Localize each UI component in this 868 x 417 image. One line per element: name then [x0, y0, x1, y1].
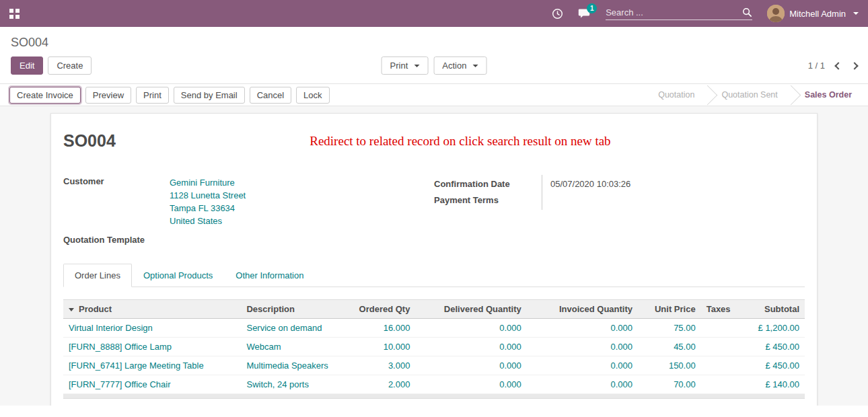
field-values-column: 05/07/2020 10:03:26 — [542, 175, 630, 210]
cell-ordered-qty: 16.000 — [345, 319, 416, 338]
control-panel: Edit Create Print Action 1 / 1 — [0, 50, 868, 83]
print-button[interactable]: Print — [136, 87, 169, 104]
global-search — [606, 7, 752, 20]
statusbar: Create Invoice Preview Print Send by Ema… — [0, 83, 868, 106]
table-header-row: Product Description Ordered Qty Delivere… — [63, 300, 805, 319]
search-icon[interactable] — [742, 7, 752, 17]
tab-optional-products[interactable]: Optional Products — [132, 264, 224, 287]
column-header-product[interactable]: Product — [63, 300, 241, 319]
cell-delivered-qty: 0.000 — [415, 338, 526, 356]
record-pager: 1 / 1 — [808, 61, 857, 71]
status-step-quotation-sent[interactable]: Quotation Sent — [708, 84, 791, 106]
user-name: Mitchell Admin — [789, 9, 846, 19]
cell-delivered-qty: 0.000 — [415, 319, 526, 338]
annotation-text: Redirect to related record on click sear… — [116, 134, 805, 149]
pager-previous-icon[interactable] — [834, 62, 842, 69]
customer-street: 1128 Lunetta Street — [170, 189, 246, 202]
payment-terms-label: Payment Terms — [434, 192, 535, 208]
order-title: SO004 — [63, 131, 116, 151]
order-lines-table: Product Description Ordered Qty Delivere… — [63, 299, 805, 394]
cell-description: Switch, 24 ports — [241, 375, 345, 394]
cell-description: Webcam — [241, 338, 345, 356]
top-navbar: 1 Mitchell Admin — [0, 0, 868, 27]
tab-other-information[interactable]: Other Information — [224, 264, 315, 287]
column-header-delivered-qty[interactable]: Delivered Quantity — [415, 300, 526, 319]
sort-caret-icon — [69, 308, 74, 311]
table-scroll-strip[interactable] — [63, 394, 805, 399]
cell-subtotal: £ 450.00 — [746, 356, 805, 375]
print-dropdown-button[interactable]: Print — [382, 56, 429, 75]
cell-unit-price: 45.00 — [638, 338, 701, 356]
user-menu[interactable]: Mitchell Admin — [767, 5, 859, 22]
cell-product: Virtual Interior Design — [63, 319, 241, 338]
order-line-row[interactable]: [FURN_6741] Large Meeting Table Multimed… — [63, 356, 805, 375]
order-line-row[interactable]: [FURN_7777] Office Chair Switch, 24 port… — [63, 375, 805, 394]
column-header-taxes[interactable]: Taxes — [701, 300, 746, 319]
search-input[interactable] — [606, 7, 742, 17]
cell-product: [FURN_7777] Office Chair — [63, 375, 241, 394]
apps-menu-icon[interactable] — [9, 9, 20, 19]
user-avatar — [767, 5, 785, 22]
chevron-down-icon — [853, 12, 859, 15]
cancel-button[interactable]: Cancel — [250, 87, 291, 104]
order-line-row[interactable]: Virtual Interior Design Service on deman… — [63, 319, 805, 338]
lock-button[interactable]: Lock — [296, 87, 329, 104]
cell-invoiced-qty: 0.000 — [527, 319, 638, 338]
cell-taxes — [701, 338, 746, 356]
sales-order-sheet: SO004 Redirect to related record on clic… — [50, 113, 818, 406]
create-button[interactable]: Create — [48, 56, 92, 75]
order-line-row[interactable]: [FURN_8888] Office Lamp Webcam 10.000 0.… — [63, 338, 805, 356]
cell-description: Service on demand — [241, 319, 345, 338]
cell-unit-price: 150.00 — [638, 356, 701, 375]
column-header-invoiced-qty[interactable]: Invoiced Quantity — [527, 300, 638, 319]
cell-subtotal: £ 450.00 — [746, 338, 805, 356]
messages-icon[interactable]: 1 — [578, 8, 591, 19]
status-step-quotation[interactable]: Quotation — [645, 84, 708, 106]
cell-unit-price: 70.00 — [638, 375, 701, 394]
field-labels-column: Confirmation Date Payment Terms — [434, 175, 542, 210]
cell-invoiced-qty: 0.000 — [527, 375, 638, 394]
column-header-description[interactable]: Description — [241, 300, 345, 319]
send-by-email-button[interactable]: Send by Email — [174, 87, 245, 104]
quotation-template-label: Quotation Template — [63, 233, 170, 246]
field-group-left: Customer Gemini Furniture 1128 Lunetta S… — [63, 175, 434, 246]
chevron-down-icon — [472, 65, 478, 67]
create-invoice-button[interactable]: Create Invoice — [9, 87, 81, 104]
breadcrumb: SO004 — [0, 27, 868, 50]
chevron-down-icon — [414, 65, 419, 67]
field-group-right: Confirmation Date Payment Terms 05/07/20… — [434, 175, 805, 246]
action-dropdown-button[interactable]: Action — [433, 56, 486, 75]
customer-country: United States — [170, 215, 246, 227]
cell-invoiced-qty: 0.000 — [527, 338, 638, 356]
pager-next-icon[interactable] — [851, 62, 858, 69]
cell-taxes — [701, 375, 746, 394]
cell-ordered-qty: 10.000 — [345, 338, 416, 356]
preview-button[interactable]: Preview — [85, 87, 131, 104]
cell-product: [FURN_8888] Office Lamp — [63, 338, 241, 356]
cell-delivered-qty: 0.000 — [415, 375, 526, 394]
cell-subtotal: £ 1,200.00 — [746, 319, 805, 338]
notebook-tabs: Order Lines Optional Products Other Info… — [63, 264, 805, 287]
status-step-sales-order[interactable]: Sales Order — [791, 84, 865, 106]
cell-unit-price: 75.00 — [638, 319, 701, 338]
activities-clock-icon[interactable] — [552, 8, 563, 20]
pager-count: 1 / 1 — [808, 61, 825, 71]
customer-name-link[interactable]: Gemini Furniture — [170, 176, 246, 189]
column-header-subtotal[interactable]: Subtotal — [746, 300, 805, 319]
cell-ordered-qty: 2.000 — [345, 375, 416, 394]
edit-button[interactable]: Edit — [11, 56, 43, 75]
messages-badge: 1 — [587, 3, 597, 13]
column-header-ordered-qty[interactable]: Ordered Qty — [345, 300, 416, 319]
cell-delivered-qty: 0.000 — [415, 356, 526, 375]
cell-taxes — [701, 356, 746, 375]
breadcrumb-title: SO004 — [11, 36, 48, 49]
customer-city: Tampa FL 33634 — [170, 202, 246, 215]
customer-value[interactable]: Gemini Furniture 1128 Lunetta Street Tam… — [170, 175, 246, 229]
payment-terms-value — [550, 192, 630, 208]
cell-subtotal: £ 140.00 — [746, 375, 805, 394]
tab-order-lines[interactable]: Order Lines — [63, 264, 132, 287]
cell-taxes — [701, 319, 746, 338]
column-header-unit-price[interactable]: Unit Price — [638, 300, 701, 319]
cell-description: Multimedia Speakers — [241, 356, 345, 375]
content-area: SO004 Redirect to related record on clic… — [0, 106, 868, 406]
